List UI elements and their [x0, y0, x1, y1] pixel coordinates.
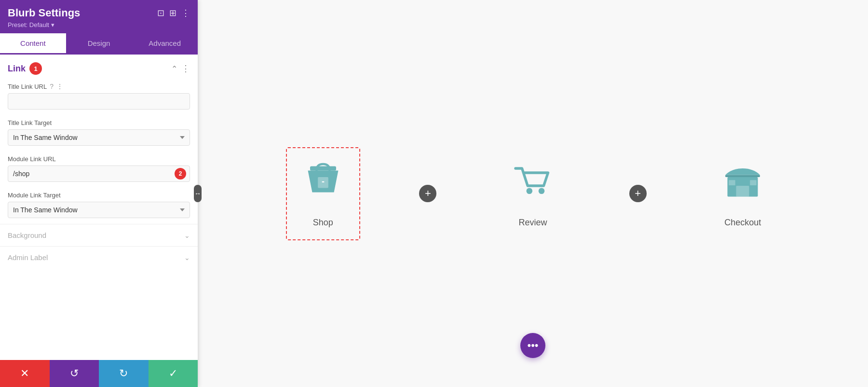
module-link-badge: 2	[175, 168, 186, 180]
cart-icon	[511, 160, 555, 210]
title-link-target-group: Title Link Target In The Same Window In …	[0, 115, 198, 152]
svg-rect-9	[750, 180, 757, 185]
svg-rect-0	[310, 166, 336, 170]
link-badge: 1	[29, 62, 42, 75]
add-column-btn-1[interactable]: +	[419, 185, 436, 202]
tab-design[interactable]: Design	[66, 33, 132, 55]
blurb-item-checkout[interactable]: Checkout	[647, 148, 839, 239]
tab-advanced[interactable]: Advanced	[132, 33, 198, 55]
canvas-content: - Shop + Review	[198, 128, 868, 260]
add-column-btn-2[interactable]: +	[629, 185, 647, 202]
link-section-header: Link 1 ⌃ ⋮	[0, 55, 198, 79]
svg-rect-7	[736, 186, 749, 197]
store-icon	[721, 160, 764, 210]
undo-button[interactable]: ↺	[50, 360, 99, 387]
save-button[interactable]: ✓	[149, 360, 198, 387]
blurb-inner-shop: - Shop	[286, 147, 360, 240]
review-label: Review	[518, 218, 547, 228]
sidebar-title: Blurb Settings	[8, 7, 80, 19]
expand-icon[interactable]: ⊡	[157, 8, 164, 18]
title-link-url-label: Title Link URL ? ⋮	[8, 83, 190, 90]
link-section-actions: ⌃ ⋮	[171, 63, 190, 74]
sidebar-content: Link 1 ⌃ ⋮ Title Link URL ? ⋮ Title Link…	[0, 55, 198, 360]
link-section-title: Link 1	[8, 62, 42, 75]
tab-content[interactable]: Content	[0, 33, 66, 55]
background-chevron-icon: ⌄	[184, 232, 190, 239]
action-bar: ✕ ↺ ↻ ✓	[0, 360, 198, 387]
redo-button[interactable]: ↻	[99, 360, 149, 387]
admin-label-chevron-icon: ⌄	[184, 254, 190, 262]
main-canvas: - Shop + Review	[198, 0, 868, 387]
blurb-item-shop[interactable]: - Shop	[227, 147, 419, 240]
svg-rect-8	[729, 180, 736, 185]
drag-handle[interactable]: ↔	[194, 185, 202, 202]
fab-icon: •••	[527, 339, 538, 352]
sidebar: Blurb Settings ⊡ ⊞ ⋮ Preset: Default ▾ C…	[0, 0, 198, 387]
title-link-url-group: Title Link URL ? ⋮	[0, 79, 198, 115]
module-link-url-label: Module Link URL	[8, 155, 190, 163]
module-link-url-group: Module Link URL 2	[0, 152, 198, 188]
module-link-target-label: Module Link Target	[8, 192, 190, 199]
header-icons: ⊡ ⊞ ⋮	[157, 8, 190, 18]
link-label: Link	[8, 64, 26, 74]
shop-icon: -	[301, 160, 345, 210]
background-section[interactable]: Background ⌄	[0, 224, 198, 246]
title-link-target-label: Title Link Target	[8, 119, 190, 126]
more-icon[interactable]: ⋮	[181, 8, 190, 18]
admin-label-section[interactable]: Admin Label ⌄	[0, 246, 198, 268]
fab-button[interactable]: •••	[520, 333, 545, 358]
blurb-inner-checkout: Checkout	[706, 148, 779, 239]
shop-label: Shop	[313, 218, 333, 228]
svg-rect-5	[725, 175, 760, 177]
cancel-button[interactable]: ✕	[0, 360, 50, 387]
columns-icon[interactable]: ⊞	[169, 8, 176, 18]
blurb-inner-review: Review	[497, 148, 569, 239]
svg-text:-: -	[322, 177, 325, 186]
preset-label[interactable]: Preset: Default ▾	[8, 21, 190, 28]
module-link-target-group: Module Link Target In The Same Window In…	[0, 188, 198, 224]
blurb-item-review[interactable]: Review	[436, 148, 629, 239]
module-link-url-wrapper: 2	[8, 166, 190, 182]
svg-point-3	[526, 188, 532, 194]
tab-bar: Content Design Advanced	[0, 33, 198, 55]
title-url-help-icon[interactable]: ?	[50, 83, 54, 90]
module-link-target-select[interactable]: In The Same Window In A New Tab	[8, 202, 190, 218]
checkout-label: Checkout	[724, 218, 761, 228]
title-url-more-icon[interactable]: ⋮	[56, 83, 63, 90]
module-link-url-input[interactable]	[8, 166, 190, 182]
title-link-target-select[interactable]: In The Same Window In A New Tab	[8, 129, 190, 146]
svg-point-4	[539, 188, 545, 194]
link-collapse-btn[interactable]: ⌃	[171, 64, 177, 73]
background-label: Background	[8, 231, 46, 239]
title-link-url-input[interactable]	[8, 93, 190, 110]
sidebar-header: Blurb Settings ⊡ ⊞ ⋮ Preset: Default ▾	[0, 0, 198, 33]
admin-label-label: Admin Label	[8, 253, 48, 262]
link-more-btn[interactable]: ⋮	[181, 63, 190, 74]
